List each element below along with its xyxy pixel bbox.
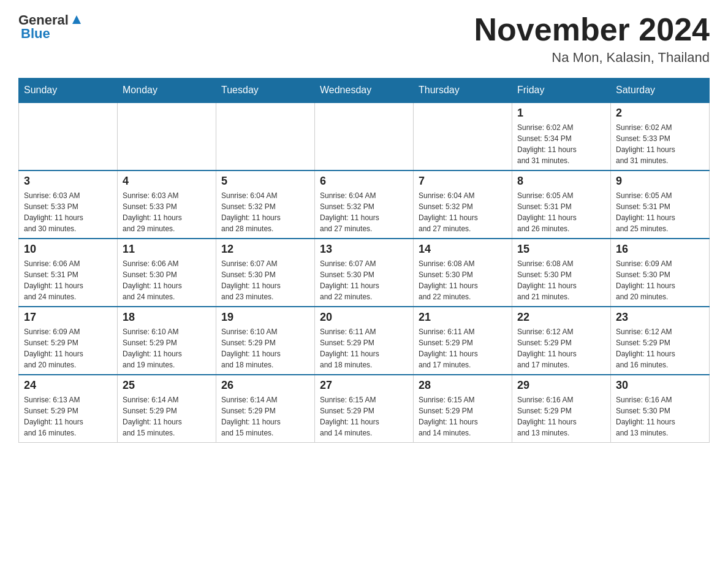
day-info: Sunrise: 6:03 AMSunset: 5:33 PMDaylight:… — [24, 190, 112, 234]
calendar-cell: 27Sunrise: 6:15 AMSunset: 5:29 PMDayligh… — [315, 375, 414, 443]
calendar-cell: 20Sunrise: 6:11 AMSunset: 5:29 PMDayligh… — [315, 307, 414, 375]
calendar-cell: 10Sunrise: 6:06 AMSunset: 5:31 PMDayligh… — [19, 239, 118, 307]
calendar-cell: 22Sunrise: 6:12 AMSunset: 5:29 PMDayligh… — [512, 307, 611, 375]
day-info: Sunrise: 6:05 AMSunset: 5:31 PMDaylight:… — [517, 190, 605, 234]
calendar-cell — [315, 102, 414, 170]
day-info: Sunrise: 6:16 AMSunset: 5:30 PMDaylight:… — [616, 394, 704, 439]
calendar-cell: 12Sunrise: 6:07 AMSunset: 5:30 PMDayligh… — [216, 239, 315, 307]
calendar-cell — [118, 102, 216, 170]
day-number: 3 — [24, 175, 112, 188]
day-number: 30 — [616, 379, 704, 392]
day-number: 2 — [616, 107, 704, 120]
day-info: Sunrise: 6:07 AMSunset: 5:30 PMDaylight:… — [221, 258, 309, 302]
calendar-table: SundayMondayTuesdayWednesdayThursdayFrid… — [18, 78, 710, 443]
day-info: Sunrise: 6:02 AMSunset: 5:34 PMDaylight:… — [517, 122, 605, 166]
day-info: Sunrise: 6:07 AMSunset: 5:30 PMDaylight:… — [320, 258, 408, 302]
month-title: November 2024 — [474, 12, 710, 47]
page-header: General Blue November 2024 Na Mon, Kalas… — [18, 12, 710, 66]
day-info: Sunrise: 6:15 AMSunset: 5:29 PMDaylight:… — [419, 394, 507, 439]
column-header-monday: Monday — [118, 79, 216, 103]
day-info: Sunrise: 6:08 AMSunset: 5:30 PMDaylight:… — [419, 258, 507, 302]
week-row-5: 24Sunrise: 6:13 AMSunset: 5:29 PMDayligh… — [19, 375, 710, 443]
calendar-cell: 17Sunrise: 6:09 AMSunset: 5:29 PMDayligh… — [19, 307, 118, 375]
day-info: Sunrise: 6:04 AMSunset: 5:32 PMDaylight:… — [419, 190, 507, 234]
day-number: 10 — [24, 243, 112, 256]
day-number: 6 — [320, 175, 408, 188]
day-number: 22 — [517, 311, 605, 324]
day-number: 18 — [123, 311, 211, 324]
week-row-3: 10Sunrise: 6:06 AMSunset: 5:31 PMDayligh… — [19, 239, 710, 307]
calendar-cell: 29Sunrise: 6:16 AMSunset: 5:29 PMDayligh… — [512, 375, 611, 443]
calendar-cell — [216, 102, 315, 170]
day-info: Sunrise: 6:10 AMSunset: 5:29 PMDaylight:… — [123, 326, 211, 370]
week-row-2: 3Sunrise: 6:03 AMSunset: 5:33 PMDaylight… — [19, 170, 710, 239]
calendar-cell: 16Sunrise: 6:09 AMSunset: 5:30 PMDayligh… — [611, 239, 710, 307]
calendar-cell: 19Sunrise: 6:10 AMSunset: 5:29 PMDayligh… — [216, 307, 315, 375]
day-info: Sunrise: 6:11 AMSunset: 5:29 PMDaylight:… — [419, 326, 507, 370]
calendar-cell: 9Sunrise: 6:05 AMSunset: 5:31 PMDaylight… — [611, 170, 710, 239]
day-number: 13 — [320, 243, 408, 256]
day-number: 4 — [123, 175, 211, 188]
day-info: Sunrise: 6:09 AMSunset: 5:29 PMDaylight:… — [24, 326, 112, 370]
calendar-cell: 26Sunrise: 6:14 AMSunset: 5:29 PMDayligh… — [216, 375, 315, 443]
day-number: 15 — [517, 243, 605, 256]
calendar-cell: 14Sunrise: 6:08 AMSunset: 5:30 PMDayligh… — [414, 239, 512, 307]
column-header-wednesday: Wednesday — [315, 79, 414, 103]
day-info: Sunrise: 6:11 AMSunset: 5:29 PMDaylight:… — [320, 326, 408, 370]
day-number: 25 — [123, 379, 211, 392]
day-number: 24 — [24, 379, 112, 392]
day-number: 23 — [616, 311, 704, 324]
calendar-cell: 13Sunrise: 6:07 AMSunset: 5:30 PMDayligh… — [315, 239, 414, 307]
day-number: 11 — [123, 243, 211, 256]
calendar-cell: 24Sunrise: 6:13 AMSunset: 5:29 PMDayligh… — [19, 375, 118, 443]
calendar-cell — [19, 102, 118, 170]
calendar-cell: 1Sunrise: 6:02 AMSunset: 5:34 PMDaylight… — [512, 102, 611, 170]
day-info: Sunrise: 6:12 AMSunset: 5:29 PMDaylight:… — [517, 326, 605, 370]
day-info: Sunrise: 6:06 AMSunset: 5:30 PMDaylight:… — [123, 258, 211, 302]
day-info: Sunrise: 6:12 AMSunset: 5:29 PMDaylight:… — [616, 326, 704, 370]
day-number: 17 — [24, 311, 112, 324]
calendar-cell: 28Sunrise: 6:15 AMSunset: 5:29 PMDayligh… — [414, 375, 512, 443]
day-info: Sunrise: 6:16 AMSunset: 5:29 PMDaylight:… — [517, 394, 605, 439]
calendar-cell: 11Sunrise: 6:06 AMSunset: 5:30 PMDayligh… — [118, 239, 216, 307]
day-number: 27 — [320, 379, 408, 392]
location: Na Mon, Kalasin, Thailand — [474, 50, 710, 66]
day-info: Sunrise: 6:14 AMSunset: 5:29 PMDaylight:… — [221, 394, 309, 439]
column-header-sunday: Sunday — [19, 79, 118, 103]
day-info: Sunrise: 6:15 AMSunset: 5:29 PMDaylight:… — [320, 394, 408, 439]
logo: General Blue — [18, 12, 83, 42]
day-number: 14 — [419, 243, 507, 256]
calendar-cell: 7Sunrise: 6:04 AMSunset: 5:32 PMDaylight… — [414, 170, 512, 239]
day-number: 7 — [419, 175, 507, 188]
calendar-cell: 21Sunrise: 6:11 AMSunset: 5:29 PMDayligh… — [414, 307, 512, 375]
calendar-cell: 4Sunrise: 6:03 AMSunset: 5:33 PMDaylight… — [118, 170, 216, 239]
day-number: 19 — [221, 311, 309, 324]
day-number: 12 — [221, 243, 309, 256]
day-info: Sunrise: 6:04 AMSunset: 5:32 PMDaylight:… — [320, 190, 408, 234]
calendar-cell: 6Sunrise: 6:04 AMSunset: 5:32 PMDaylight… — [315, 170, 414, 239]
calendar-cell: 30Sunrise: 6:16 AMSunset: 5:30 PMDayligh… — [611, 375, 710, 443]
day-number: 29 — [517, 379, 605, 392]
day-number: 28 — [419, 379, 507, 392]
calendar-cell: 8Sunrise: 6:05 AMSunset: 5:31 PMDaylight… — [512, 170, 611, 239]
day-number: 8 — [517, 175, 605, 188]
day-number: 20 — [320, 311, 408, 324]
calendar-cell — [414, 102, 512, 170]
day-info: Sunrise: 6:05 AMSunset: 5:31 PMDaylight:… — [616, 190, 704, 234]
column-header-tuesday: Tuesday — [216, 79, 315, 103]
day-number: 21 — [419, 311, 507, 324]
day-info: Sunrise: 6:06 AMSunset: 5:31 PMDaylight:… — [24, 258, 112, 302]
day-info: Sunrise: 6:14 AMSunset: 5:29 PMDaylight:… — [123, 394, 211, 439]
logo-triangle-icon — [70, 13, 83, 26]
day-info: Sunrise: 6:13 AMSunset: 5:29 PMDaylight:… — [24, 394, 112, 439]
calendar-cell: 18Sunrise: 6:10 AMSunset: 5:29 PMDayligh… — [118, 307, 216, 375]
calendar-cell: 15Sunrise: 6:08 AMSunset: 5:30 PMDayligh… — [512, 239, 611, 307]
day-info: Sunrise: 6:08 AMSunset: 5:30 PMDaylight:… — [517, 258, 605, 302]
week-row-4: 17Sunrise: 6:09 AMSunset: 5:29 PMDayligh… — [19, 307, 710, 375]
calendar-header-row: SundayMondayTuesdayWednesdayThursdayFrid… — [19, 79, 710, 103]
column-header-saturday: Saturday — [611, 79, 710, 103]
day-number: 5 — [221, 175, 309, 188]
title-section: November 2024 Na Mon, Kalasin, Thailand — [474, 12, 710, 66]
day-number: 1 — [517, 107, 605, 120]
day-number: 9 — [616, 175, 704, 188]
